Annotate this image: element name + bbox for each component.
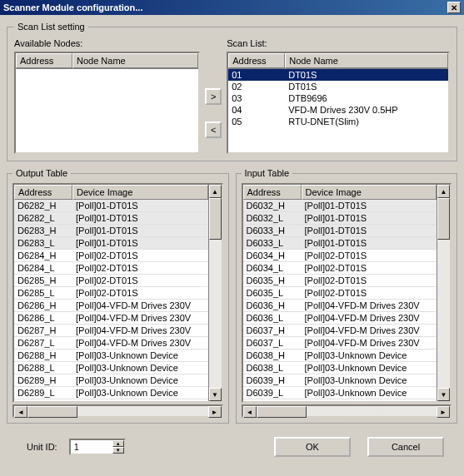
row-device: [Poll]03-Unknown Device bbox=[72, 362, 208, 374]
row-address: D6284_L bbox=[14, 262, 72, 274]
available-header-nodename[interactable]: Node Name bbox=[72, 53, 198, 68]
cancel-button[interactable]: Cancel bbox=[367, 437, 444, 457]
table-row[interactable]: D6289_L[Poll]03-Unknown Device bbox=[14, 387, 208, 399]
scan-list-row[interactable]: 04VFD-M Drives 230V 0.5HP bbox=[228, 104, 448, 116]
scanlist-header-address[interactable]: Address bbox=[228, 53, 285, 68]
output-header-device[interactable]: Device Image bbox=[72, 185, 208, 200]
table-row[interactable]: D6038_L[Poll]03-Unknown Device bbox=[243, 362, 437, 374]
table-row[interactable]: D6283_H[Poll]01-DT01S bbox=[14, 225, 208, 237]
scroll-up-icon[interactable]: ▲ bbox=[209, 185, 222, 198]
input-table-legend: Input Table bbox=[242, 168, 293, 178]
scroll-right-icon[interactable]: ► bbox=[208, 406, 222, 418]
output-hscrollbar[interactable]: ◄ ► bbox=[12, 404, 223, 418]
table-row[interactable]: D6033_H[Poll]01-DT01S bbox=[243, 225, 437, 237]
available-nodes-list[interactable]: Address Node Name bbox=[14, 52, 200, 154]
input-hscrollbar[interactable]: ◄ ► bbox=[242, 404, 452, 418]
table-row[interactable]: D6034_H[Poll]02-DT01S bbox=[243, 250, 437, 262]
table-row[interactable]: D6039_H[Poll]03-Unknown Device bbox=[243, 374, 437, 387]
table-row[interactable]: D6036_L[Poll]04-VFD-M Drives 230V bbox=[243, 312, 437, 325]
row-device: [Poll]04-VFD-M Drives 230V bbox=[72, 337, 208, 349]
table-row[interactable]: D6038_H[Poll]03-Unknown Device bbox=[243, 350, 437, 362]
close-button[interactable]: ✕ bbox=[447, 2, 461, 13]
row-device: [Poll]04-VFD-M Drives 230V bbox=[302, 312, 437, 324]
row-address: 05 bbox=[228, 117, 285, 126]
table-row[interactable]: D6037_L[Poll]04-VFD-M Drives 230V bbox=[243, 337, 437, 350]
row-address: D6284_H bbox=[14, 250, 72, 261]
input-table-group: Input Table Address Device Image D6032_H… bbox=[236, 168, 458, 424]
table-row[interactable]: D6282_L[Poll]01-DT01S bbox=[14, 212, 208, 225]
move-right-button[interactable]: > bbox=[205, 88, 222, 105]
scroll-thumb[interactable] bbox=[437, 198, 450, 240]
table-row[interactable]: D6283_L[Poll]01-DT01S bbox=[14, 237, 208, 250]
spinner-down-icon[interactable]: ▼ bbox=[112, 447, 124, 454]
row-device: [Poll]01-DT01S bbox=[72, 237, 208, 249]
table-row[interactable]: D6285_L[Poll]02-DT01S bbox=[14, 287, 208, 300]
row-address: D6287_H bbox=[14, 325, 72, 336]
scroll-left-icon[interactable]: ◄ bbox=[243, 406, 257, 418]
scroll-up-icon[interactable]: ▲ bbox=[437, 185, 450, 198]
output-header-address[interactable]: Address bbox=[14, 185, 72, 200]
row-device: [Poll]03-Unknown Device bbox=[302, 374, 437, 386]
row-address: D6037_H bbox=[243, 325, 302, 336]
table-row[interactable]: D6286_H[Poll]04-VFD-M Drives 230V bbox=[14, 300, 208, 312]
ok-button[interactable]: OK bbox=[274, 437, 351, 457]
table-row[interactable]: D6286_L[Poll]04-VFD-M Drives 230V bbox=[14, 312, 208, 325]
table-row[interactable]: D6288_H[Poll]03-Unknown Device bbox=[14, 350, 208, 362]
table-row[interactable]: D6288_L[Poll]03-Unknown Device bbox=[14, 362, 208, 374]
scroll-down-icon[interactable]: ▼ bbox=[437, 388, 450, 401]
row-device: [Poll]01-DT01S bbox=[302, 200, 437, 211]
table-row[interactable]: D6282_H[Poll]01-DT01S bbox=[14, 200, 208, 212]
scroll-thumb[interactable] bbox=[209, 198, 222, 240]
table-row[interactable]: D6034_L[Poll]02-DT01S bbox=[243, 262, 437, 275]
available-header-address[interactable]: Address bbox=[16, 53, 72, 68]
row-device: [Poll]03-Unknown Device bbox=[72, 350, 208, 361]
scroll-down-icon[interactable]: ▼ bbox=[209, 388, 222, 401]
row-nodename: DT01S bbox=[285, 70, 448, 80]
row-address: D6035_H bbox=[243, 275, 302, 286]
scroll-thumb[interactable] bbox=[257, 406, 307, 418]
scanlist-header-nodename[interactable]: Node Name bbox=[285, 53, 448, 68]
row-nodename: RTU-DNET(Slim) bbox=[285, 117, 448, 126]
output-vscrollbar[interactable]: ▲ ▼ bbox=[208, 185, 222, 401]
table-row[interactable]: D6287_L[Poll]04-VFD-M Drives 230V bbox=[14, 337, 208, 350]
window-title: Scanner Module configuration... bbox=[3, 2, 447, 12]
row-device: [Poll]04-VFD-M Drives 230V bbox=[302, 337, 437, 349]
row-address: D6283_H bbox=[14, 225, 72, 236]
scan-list-row[interactable]: 01DT01S bbox=[228, 69, 448, 81]
row-address: D6039_H bbox=[243, 374, 302, 386]
table-row[interactable]: D6032_H[Poll]01-DT01S bbox=[243, 200, 437, 212]
scan-list-row[interactable]: 03DTB9696 bbox=[228, 92, 448, 104]
row-address: D6038_L bbox=[243, 362, 302, 374]
scan-list-setting-legend: Scan List setting bbox=[14, 22, 88, 32]
move-left-button[interactable]: < bbox=[205, 121, 222, 138]
table-row[interactable]: D6289_H[Poll]03-Unknown Device bbox=[14, 374, 208, 387]
input-header-device[interactable]: Device Image bbox=[302, 185, 437, 200]
scroll-right-icon[interactable]: ► bbox=[437, 406, 450, 418]
scan-list-row[interactable]: 02DT01S bbox=[228, 81, 448, 92]
unit-id-spinner[interactable]: ▲ ▼ bbox=[69, 439, 126, 455]
table-row[interactable]: D6035_L[Poll]02-DT01S bbox=[243, 287, 437, 300]
unit-id-input[interactable] bbox=[71, 440, 112, 454]
row-device: [Poll]02-DT01S bbox=[302, 287, 437, 299]
input-vscrollbar[interactable]: ▲ ▼ bbox=[437, 185, 450, 401]
row-nodename: DTB9696 bbox=[285, 93, 448, 103]
row-address: D6034_H bbox=[243, 250, 302, 261]
table-row[interactable]: D6035_H[Poll]02-DT01S bbox=[243, 275, 437, 287]
table-row[interactable]: D6037_H[Poll]04-VFD-M Drives 230V bbox=[243, 325, 437, 337]
spinner-up-icon[interactable]: ▲ bbox=[112, 440, 124, 447]
table-row[interactable]: D6285_H[Poll]02-DT01S bbox=[14, 275, 208, 287]
table-row[interactable]: D6032_L[Poll]01-DT01S bbox=[243, 212, 437, 225]
row-nodename: VFD-M Drives 230V 0.5HP bbox=[285, 105, 448, 115]
table-row[interactable]: D6287_H[Poll]04-VFD-M Drives 230V bbox=[14, 325, 208, 337]
row-address: D6036_H bbox=[243, 300, 302, 311]
table-row[interactable]: D6284_H[Poll]02-DT01S bbox=[14, 250, 208, 262]
scroll-thumb[interactable] bbox=[27, 406, 77, 418]
scan-list-row[interactable]: 05RTU-DNET(Slim) bbox=[228, 116, 448, 127]
input-header-address[interactable]: Address bbox=[243, 185, 302, 200]
scroll-left-icon[interactable]: ◄ bbox=[14, 406, 27, 418]
scan-list[interactable]: Address Node Name 01DT01S02DT01S03DTB969… bbox=[227, 52, 450, 154]
table-row[interactable]: D6039_L[Poll]03-Unknown Device bbox=[243, 387, 437, 399]
table-row[interactable]: D6036_H[Poll]04-VFD-M Drives 230V bbox=[243, 300, 437, 312]
table-row[interactable]: D6284_L[Poll]02-DT01S bbox=[14, 262, 208, 275]
table-row[interactable]: D6033_L[Poll]01-DT01S bbox=[243, 237, 437, 250]
